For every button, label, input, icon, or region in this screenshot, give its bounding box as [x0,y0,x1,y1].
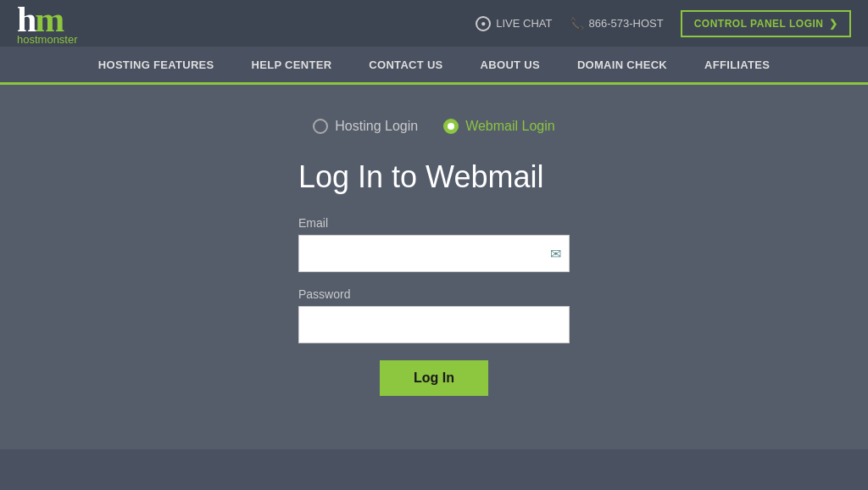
hosting-login-radio[interactable] [313,119,328,134]
login-tabs: Hosting Login Webmail Login [313,119,554,134]
header: hm hostmonster ● LIVE CHAT 📞 866-573-HOS… [0,0,868,47]
email-field[interactable] [298,235,570,272]
email-group: Email ✉ [298,216,570,272]
hosting-login-tab[interactable]: Hosting Login [313,119,418,134]
password-input-wrapper [298,306,570,343]
webmail-login-tab[interactable]: Webmail Login [443,119,555,134]
nav-item-contact-us[interactable]: CONTACT US [350,46,461,84]
logo-area: hm hostmonster [17,2,78,45]
email-label: Email [298,216,570,230]
header-right: ● LIVE CHAT 📞 866-573-HOST CONTROL PANEL… [476,10,851,37]
control-panel-login-button[interactable]: CONTROL PANEL LOGIN ❯ [681,10,851,37]
logo[interactable]: hm hostmonster [17,2,78,45]
main-content: Hosting Login Webmail Login Log In to We… [0,85,868,449]
phone-icon: 📞 [570,17,584,31]
hosting-login-label: Hosting Login [335,119,418,134]
control-panel-label: CONTROL PANEL LOGIN [694,18,824,30]
nav-item-affiliates[interactable]: AFFILIATES [686,46,788,84]
nav-item-hosting-features[interactable]: HOSTING FEATURES [80,46,233,84]
password-field[interactable] [298,306,570,343]
logo-hm-letters: hm [17,2,78,37]
login-form: Log In to Webmail Email ✉ Password Log I… [298,159,570,396]
phone-display: 📞 866-573-HOST [570,17,664,31]
live-chat-label: LIVE CHAT [496,17,552,30]
nav-item-domain-check[interactable]: DOMAIN CHECK [559,46,686,84]
live-chat-button[interactable]: ● LIVE CHAT [476,16,552,31]
webmail-login-label: Webmail Login [465,119,555,134]
password-group: Password [298,287,570,343]
password-label: Password [298,287,570,301]
nav-item-about-us[interactable]: ABOUT US [462,46,559,84]
phone-number: 866-573-HOST [589,17,664,30]
login-button[interactable]: Log In [380,360,488,396]
logo-text: hostmonster [17,34,78,45]
control-panel-arrow: ❯ [829,18,838,30]
email-icon: ✉ [550,246,561,262]
form-title: Log In to Webmail [298,159,570,195]
chat-icon: ● [476,16,491,31]
nav-item-help-center[interactable]: HELP CENTER [233,46,351,84]
main-nav: HOSTING FEATURES HELP CENTER CONTACT US … [0,47,868,85]
email-input-wrapper: ✉ [298,235,570,272]
webmail-login-radio[interactable] [443,119,459,134]
